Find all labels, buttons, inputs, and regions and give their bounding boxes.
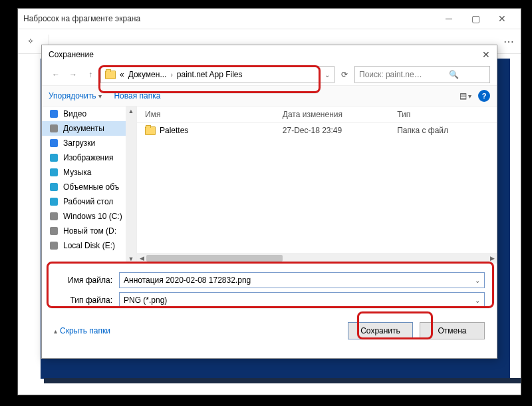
file-list-header[interactable]: Имя Дата изменения Тип	[137, 106, 497, 123]
col-modified[interactable]: Дата изменения	[283, 110, 397, 119]
maximize-button[interactable]: ▢	[462, 9, 489, 29]
parent-title: Набросок на фрагменте экрана	[23, 14, 436, 23]
filetype-label: Тип файла:	[54, 296, 119, 305]
file-row[interactable]: Palettes27-Dec-18 23:49Папка с файл	[137, 123, 497, 138]
cancel-button[interactable]: Отмена	[420, 322, 485, 339]
col-type[interactable]: Тип	[397, 110, 489, 119]
forward-button[interactable]: →	[66, 67, 80, 82]
chevron-down-icon[interactable]: ⌄	[475, 297, 480, 304]
path-prefix: «	[120, 70, 124, 79]
sidebar-item[interactable]: Windows 10 (C:)	[42, 209, 136, 224]
sidebar-item[interactable]: Загрузки	[42, 136, 136, 150]
desktop-taskbar	[44, 378, 521, 383]
sidebar-item[interactable]: Изображения	[42, 150, 136, 165]
dialog-navrow: ← → ↑ « Докумен... › paint.net App Files…	[42, 64, 497, 85]
path-seg-1[interactable]: Докумен...	[128, 70, 167, 79]
view-options-button[interactable]: ▤ ▾	[460, 91, 471, 101]
sidebar-item[interactable]: Объемные объ	[42, 180, 136, 194]
filetype-select[interactable]: PNG (*.png) ⌄	[119, 292, 485, 308]
dialog-toolbar: Упорядочить▾ Новая папка ▤ ▾ ?	[42, 85, 497, 106]
new-snip-icon[interactable]: ✧	[23, 34, 38, 49]
help-icon[interactable]: ?	[478, 90, 490, 102]
refresh-button[interactable]: ⟳	[337, 67, 352, 82]
sidebar-item[interactable]: Видео	[42, 106, 136, 121]
file-list: Имя Дата изменения Тип Palettes27-Dec-18…	[136, 106, 497, 264]
more-icon[interactable]: ⋯	[503, 35, 515, 48]
chevron-down-icon[interactable]: ⌄	[475, 277, 480, 284]
hide-folders-link[interactable]: ▴Скрыть папки	[54, 326, 110, 335]
filename-input[interactable]: Аннотация 2020-02-08 172832.png ⌄	[119, 272, 485, 288]
search-placeholder: Поиск: paint.net App Files	[359, 70, 422, 79]
sidebar-item[interactable]: Local Disk (E:)	[42, 238, 136, 253]
file-list-hscroll[interactable]: ◀▶	[137, 253, 497, 264]
close-button[interactable]: ✕	[489, 9, 515, 29]
chevron-down-icon[interactable]: ⌄	[325, 71, 330, 79]
parent-titlebar: Набросок на фрагменте экрана ─ ▢ ✕	[18, 9, 521, 29]
filename-label: Имя файла:	[54, 276, 119, 285]
dialog-close-icon[interactable]: ✕	[482, 49, 490, 60]
sidebar-item[interactable]: Новый том (D:	[42, 224, 136, 238]
sidebar-item[interactable]: Документы	[42, 121, 136, 136]
search-icon: 🔍	[422, 69, 485, 80]
address-bar[interactable]: « Докумен... › paint.net App Files ⌄	[100, 66, 334, 83]
col-name[interactable]: Имя	[145, 110, 283, 119]
save-fields: Имя файла: Аннотация 2020-02-08 172832.p…	[42, 264, 497, 315]
chevron-right-icon[interactable]: ›	[170, 71, 172, 79]
dialog-title: Сохранение	[49, 50, 94, 59]
dialog-footer: ▴Скрыть папки Сохранить Отмена	[42, 315, 497, 339]
organize-menu[interactable]: Упорядочить▾	[49, 91, 102, 101]
save-button[interactable]: Сохранить	[348, 322, 413, 339]
search-input[interactable]: Поиск: paint.net App Files 🔍	[354, 66, 490, 83]
sidebar-item[interactable]: Рабочий стол	[42, 194, 136, 209]
sidebar-item[interactable]: Музыка	[42, 165, 136, 180]
save-dialog: Сохранение ✕ ← → ↑ « Докумен... › paint.…	[41, 45, 497, 359]
nav-sidebar: ВидеоДокументыЗагрузкиИзображенияМузыкаО…	[42, 106, 136, 264]
new-folder-button[interactable]: Новая папка	[114, 91, 160, 101]
path-seg-2[interactable]: paint.net App Files	[177, 70, 243, 79]
minimize-button[interactable]: ─	[436, 9, 462, 29]
back-button[interactable]: ←	[49, 67, 63, 82]
up-button[interactable]: ↑	[83, 67, 98, 82]
dialog-titlebar: Сохранение ✕	[42, 45, 497, 64]
sidebar-scrollbar[interactable]: ▲▼	[126, 106, 136, 264]
